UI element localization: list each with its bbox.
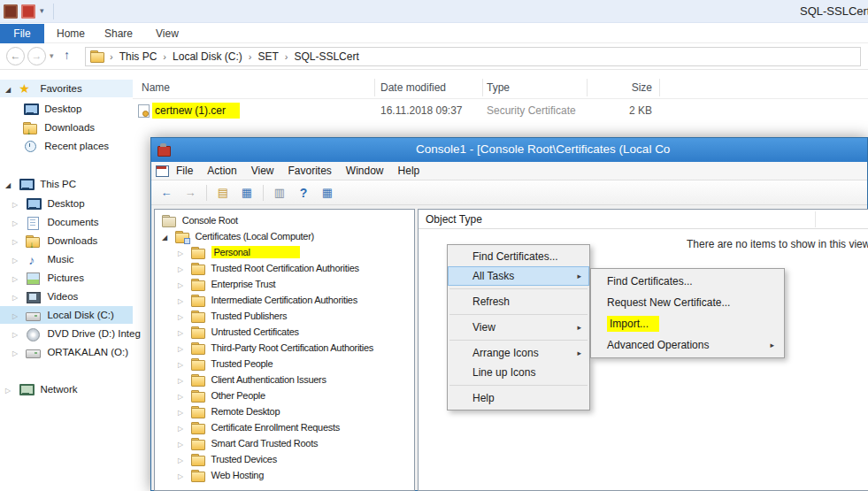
sidebar-item-videos[interactable]: Videos: [0, 288, 133, 305]
tree-item-trusted-root[interactable]: Trusted Root Certification Authorities: [155, 260, 414, 276]
breadcrumb-chevron-icon[interactable]: [280, 51, 293, 62]
submenu-item-advanced-operations[interactable]: Advanced Operations: [591, 334, 784, 356]
tree-item-third-party-root[interactable]: Third-Party Root Certification Authoriti…: [155, 340, 414, 356]
sidebar-item-favorites[interactable]: Favorites: [0, 80, 133, 97]
submenu-item-import[interactable]: Import...: [591, 313, 784, 334]
column-header-type[interactable]: Type: [487, 76, 510, 99]
menu-window[interactable]: Window: [339, 165, 391, 177]
tab-view[interactable]: View: [156, 24, 179, 43]
recent-locations-dropdown-icon[interactable]: [50, 51, 54, 60]
sidebar-item-local-disk-c[interactable]: Local Disk (C:): [0, 306, 133, 324]
tree-item-trusted-devices[interactable]: Trusted Devices: [155, 451, 414, 467]
chevron-collapsed-icon[interactable]: [12, 252, 23, 270]
column-divider[interactable]: [374, 79, 375, 96]
address-box[interactable]: This PC Local Disk (C:) SET SQL-SSLCert: [85, 47, 861, 66]
breadcrumb-local-disk[interactable]: Local Disk (C:): [171, 50, 244, 63]
sidebar-item-ortakalan[interactable]: ORTAKALAN (O:): [0, 343, 133, 361]
sidebar-item-pictures[interactable]: Pictures: [0, 269, 133, 287]
menu-view[interactable]: View: [244, 165, 281, 177]
chevron-collapsed-icon[interactable]: [12, 308, 23, 326]
chevron-collapsed-icon[interactable]: [12, 215, 23, 233]
column-header-object-type[interactable]: Object Type: [419, 213, 482, 226]
sidebar-item-downloads[interactable]: Downloads: [0, 232, 133, 249]
quick-access-dropdown-icon[interactable]: [40, 6, 44, 15]
breadcrumb-sql-sslcert[interactable]: SQL-SSLCert: [292, 50, 360, 63]
menu-item-help[interactable]: Help: [448, 388, 589, 408]
chevron-collapsed-icon[interactable]: [12, 271, 23, 288]
tree-item-web-hosting[interactable]: Web Hosting: [155, 467, 414, 483]
chevron-collapsed-icon[interactable]: [12, 196, 23, 214]
menu-item-line-up-icons[interactable]: Line up Icons: [448, 363, 589, 382]
breadcrumb-chevron-icon[interactable]: [105, 51, 118, 62]
sidebar-item-documents[interactable]: Documents: [0, 213, 133, 231]
sidebar-item-this-pc[interactable]: This PC: [0, 175, 133, 193]
explorer-titlebar[interactable]: SQL-SSLCert: [0, 0, 868, 23]
quick-access-properties-icon[interactable]: [21, 4, 35, 19]
column-header-name[interactable]: Name: [142, 76, 170, 99]
breadcrumb-this-pc[interactable]: This PC: [118, 50, 159, 63]
tree-item-certificates-local-computer[interactable]: Certificates (Local Computer): [155, 228, 414, 244]
menu-item-find-certificates[interactable]: Find Certificates...: [448, 247, 589, 266]
column-divider[interactable]: [815, 211, 816, 227]
chevron-collapsed-icon[interactable]: [5, 382, 16, 400]
tree-item-trusted-publishers[interactable]: Trusted Publishers: [155, 308, 414, 324]
tree-item-console-root[interactable]: Console Root: [155, 212, 414, 228]
forward-button[interactable]: →: [27, 47, 46, 65]
show-hide-tree-icon[interactable]: ▦: [239, 185, 255, 201]
menu-help[interactable]: Help: [391, 165, 427, 177]
console-window-icon[interactable]: [155, 165, 169, 177]
sidebar-item-music[interactable]: Music: [0, 250, 133, 268]
menu-action[interactable]: Action: [200, 165, 243, 177]
up-button[interactable]: ↑: [64, 48, 70, 62]
tree-item-untrusted-certificates[interactable]: Untrusted Certificates: [155, 324, 414, 340]
sidebar-item-recent-places[interactable]: Recent places: [0, 137, 133, 155]
sidebar-item-desktop[interactable]: Desktop: [0, 195, 133, 212]
breadcrumb-chevron-icon[interactable]: [158, 51, 171, 62]
menu-item-refresh[interactable]: Refresh: [448, 292, 589, 311]
chevron-collapsed-icon[interactable]: [178, 469, 188, 485]
tree-item-other-people[interactable]: Other People: [155, 387, 414, 403]
file-row-certnew[interactable]: certnew (1).cer 16.11.2018 09:37 Securit…: [133, 100, 868, 121]
menu-item-view[interactable]: View: [448, 318, 589, 337]
help-icon[interactable]: ?: [296, 185, 311, 201]
mmc-titlebar[interactable]: Console1 - [Console Root\Certificates (L…: [151, 138, 867, 162]
chevron-expanded-icon[interactable]: [5, 81, 16, 99]
chevron-collapsed-icon[interactable]: [12, 234, 23, 251]
tab-file[interactable]: File: [0, 24, 44, 43]
sidebar-item-dvd-drive[interactable]: DVD Drive (D:) Integ: [0, 325, 133, 342]
column-divider[interactable]: [659, 79, 660, 96]
chevron-collapsed-icon[interactable]: [12, 326, 23, 344]
up-one-level-icon[interactable]: ▤: [215, 185, 231, 201]
menu-favorites[interactable]: Favorites: [281, 165, 339, 177]
forward-icon[interactable]: →: [182, 185, 198, 201]
menu-item-all-tasks[interactable]: All Tasks: [448, 266, 589, 286]
sidebar-item-network[interactable]: Network: [0, 380, 133, 398]
export-list-icon[interactable]: ▥: [272, 185, 288, 201]
chevron-collapsed-icon[interactable]: [12, 345, 23, 363]
tree-item-trusted-people[interactable]: Trusted People: [155, 356, 414, 372]
tree-item-personal[interactable]: Personal: [155, 244, 414, 260]
sidebar-item-desktop-fav[interactable]: Desktop: [0, 100, 133, 118]
tree-item-client-auth-issuers[interactable]: Client Authentication Issuers: [155, 372, 414, 387]
tab-share[interactable]: Share: [104, 24, 133, 43]
tree-item-remote-desktop[interactable]: Remote Desktop: [155, 403, 414, 419]
chevron-expanded-icon[interactable]: [5, 177, 16, 195]
tab-home[interactable]: Home: [57, 24, 85, 43]
menu-item-arrange-icons[interactable]: Arrange Icons: [448, 343, 589, 363]
tree-item-cert-enrollment-requests[interactable]: Certificate Enrollment Requests: [155, 419, 414, 435]
tree-item-enterprise-trust[interactable]: Enterprise Trust: [155, 276, 414, 292]
column-header-date-modified[interactable]: Date modified: [380, 76, 446, 99]
back-icon[interactable]: ←: [158, 185, 174, 201]
chevron-collapsed-icon[interactable]: [12, 289, 23, 307]
breadcrumb-chevron-icon[interactable]: [244, 51, 257, 62]
submenu-item-find-certificates[interactable]: Find Certificates...: [591, 271, 784, 292]
tree-item-smart-card-trusted-roots[interactable]: Smart Card Trusted Roots: [155, 435, 414, 451]
back-button[interactable]: ←: [6, 47, 25, 65]
column-header-size[interactable]: Size: [587, 76, 652, 99]
submenu-item-request-new-certificate[interactable]: Request New Certificate...: [591, 292, 784, 313]
sidebar-item-downloads-fav[interactable]: Downloads: [0, 119, 133, 136]
icon-view-icon[interactable]: ▦: [319, 185, 335, 201]
column-divider[interactable]: [482, 79, 483, 96]
breadcrumb-set[interactable]: SET: [256, 50, 280, 63]
tree-item-intermediate[interactable]: Intermediate Certification Authorities: [155, 292, 414, 308]
